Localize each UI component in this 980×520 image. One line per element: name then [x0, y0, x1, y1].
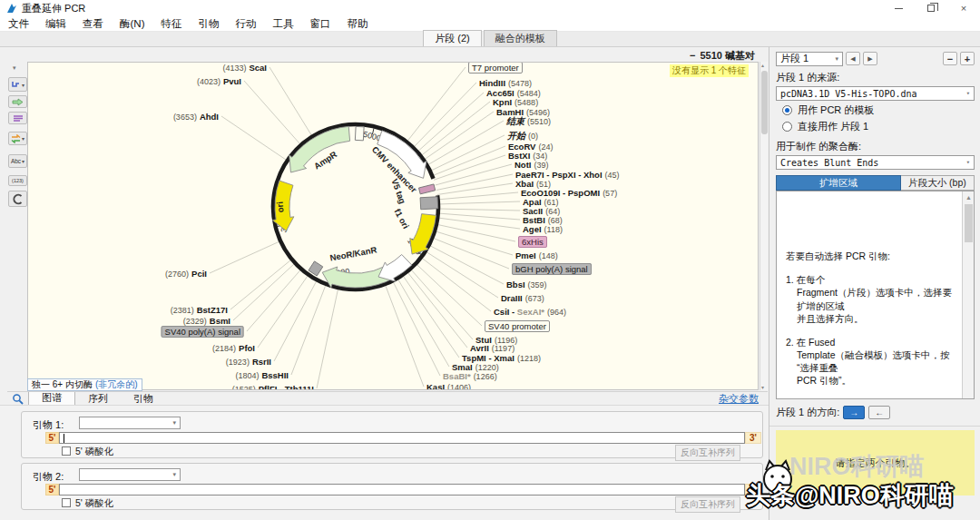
translation-tool-button[interactable]: Abc ▾	[8, 154, 27, 168]
chevron-down-icon: ▾	[835, 55, 838, 63]
restriction-site-labels: (4133)ScaI(4023)PvuI(3653)AhdI(2760)PciI…	[28, 63, 758, 389]
menu-item-5[interactable]: 引物	[190, 17, 227, 31]
scroll-up-icon[interactable]: ▲	[965, 193, 972, 201]
radio-icon	[782, 122, 792, 132]
use-as-template-option[interactable]: 用作 PCR 的模板	[782, 103, 975, 117]
menu-item-3[interactable]: 酶(N)	[112, 17, 152, 31]
hidden-features-notice[interactable]: 没有显示 1 个特征	[670, 64, 749, 77]
primer-2-label: 引物 2:	[33, 470, 64, 484]
use-directly-option[interactable]: 直接用作 片段 1	[782, 120, 975, 133]
site-label--[interactable]: 结束(5510)	[506, 116, 551, 127]
site-label-6xHis[interactable]: 6xHis	[518, 237, 547, 247]
menu-item-6[interactable]: 行动	[227, 17, 264, 31]
close-button[interactable]: ×	[947, 0, 980, 16]
map-scrollbar[interactable]: ▴ ▾	[760, 62, 768, 390]
primer-2-5prime-label: 5'	[45, 484, 59, 495]
site-label-BstZ17I[interactable]: (2381)BstZ17I	[171, 305, 228, 316]
menu-item-7[interactable]: 工具	[264, 17, 301, 31]
site-label-RsrII[interactable]: (1923)RsrII	[226, 357, 271, 368]
scroll-up-icon[interactable]: ▴	[761, 62, 764, 68]
site-label-DraIII[interactable]: DraIII(673)	[501, 293, 544, 304]
primer-1-revcomp-button[interactable]: 反向互补序列	[675, 445, 740, 461]
minimize-button[interactable]	[882, 0, 915, 16]
instructions-scrollbar[interactable]: ▲	[962, 191, 974, 398]
nonredundant-link[interactable]: (非冗余的)	[95, 378, 138, 391]
plasmid-canvas[interactable]: 10002000300040005000AmpRCMV enhanceroriN…	[27, 62, 759, 390]
zoom-tool-icon[interactable]	[12, 393, 24, 405]
menu-item-4[interactable]: 特征	[152, 17, 190, 31]
menu-item-9[interactable]: 帮助	[338, 17, 376, 31]
primers-tool-button[interactable]: ▾	[8, 132, 27, 145]
menu-item-1[interactable]: 编辑	[37, 17, 74, 31]
overlap-extension-pcr-window: 重叠延伸 PCR × 文件编辑查看酶(N)特征引物行动工具窗口帮助 片段 (2)…	[0, 0, 980, 520]
menu-item-0[interactable]: 文件	[0, 17, 37, 31]
site-label-PflFI-Tth111I[interactable]: (1525)PflFI - Tth111I	[232, 384, 314, 390]
view-tab-primers[interactable]: 引物	[121, 392, 166, 406]
primer-1-sequence-input[interactable]	[59, 432, 745, 444]
use-directly-label: 直接用作 片段 1	[798, 120, 868, 133]
hybridization-params-link[interactable]: 杂交参数	[719, 392, 759, 406]
source-select[interactable]: pcDNA3.1D V5-His-TOPO.dna ▾	[776, 86, 975, 101]
site-label-T7-promoter[interactable]: T7 promoter	[468, 63, 523, 73]
abc-icon: Abc	[11, 158, 21, 164]
site-label-SV40-poly-A-signal[interactable]: SV40 poly(A) signal	[162, 327, 244, 337]
numbering-tool-button[interactable]: (123)	[8, 175, 27, 186]
next-fragment-button[interactable]: ▶	[863, 52, 877, 65]
view-tab-sequence[interactable]: 序列	[75, 392, 121, 406]
polymerase-select[interactable]: Creates Blunt Ends ▾	[776, 155, 975, 170]
menu-item-2[interactable]: 查看	[74, 17, 112, 31]
primer-1-5prime-label: 5'	[45, 432, 59, 444]
primer-2-phosphorylated-checkbox[interactable]	[62, 498, 71, 507]
site-label-bGH-poly-A-signal[interactable]: bGH poly(A) signal	[512, 264, 592, 274]
site-label-PvuI[interactable]: (4023)PvuI	[197, 76, 241, 87]
fragment-selector[interactable]: 片段 1 ▾	[776, 52, 843, 66]
site-label--[interactable]: 开始(0)	[507, 131, 538, 142]
primer-2-sequence-input[interactable]	[59, 484, 745, 495]
site-label-AhdI[interactable]: (3653)AhdI	[173, 112, 219, 123]
prev-fragment-button[interactable]: ◀	[846, 52, 860, 65]
menu-item-8[interactable]: 窗口	[301, 17, 338, 31]
alignment-tool-button[interactable]	[8, 112, 27, 124]
site-label-PciI[interactable]: (2760)PciI	[165, 269, 207, 280]
tab-fragments[interactable]: 片段 (2)	[423, 30, 482, 46]
tab-fragment-size[interactable]: 片段大小 (bp)	[901, 175, 975, 191]
feature-arrow-icon	[12, 98, 24, 106]
tab-amplified-region[interactable]: 扩增区域	[776, 175, 901, 191]
app-logo-icon	[6, 3, 17, 14]
site-label-BbsI[interactable]: BbsI(359)	[506, 280, 547, 290]
site-label-SV40-promoter[interactable]: SV40 promoter	[485, 321, 550, 331]
site-label-BssHII[interactable]: (1804)BssHII	[235, 370, 289, 381]
features-tool-button[interactable]	[8, 95, 27, 108]
direction-forward-button[interactable]: →	[843, 406, 865, 419]
view-tab-map[interactable]: 图谱	[28, 392, 75, 406]
maximize-button[interactable]	[915, 0, 947, 16]
primers-notice: 请指定两个引物。	[776, 430, 975, 495]
tab-fused-template[interactable]: 融合的模板	[484, 30, 557, 46]
primers-notice-text: 请指定两个引物。	[836, 456, 916, 470]
primer-2-revcomp-button[interactable]: 反向互补序列	[675, 496, 740, 513]
enzymes-tool-button[interactable]: ▾	[8, 77, 27, 92]
site-label-KasI[interactable]: KasI(1406)	[426, 382, 471, 390]
primer-1-phosphorylated-checkbox[interactable]	[62, 446, 71, 456]
chevron-down-icon: ▾	[22, 158, 24, 164]
site-label-PfoI[interactable]: (2184)PfoI	[212, 343, 255, 354]
source-label: 片段 1 的来源:	[776, 71, 975, 84]
primer-2-select[interactable]: ▾	[79, 468, 181, 481]
scrollbar-thumb[interactable]	[761, 71, 768, 134]
site-label-ScaI[interactable]: (4133)ScaI	[222, 63, 267, 74]
chevron-down-icon: ▾	[22, 135, 24, 142]
site-label-BsaBI-[interactable]: BsaBI*(1266)	[443, 371, 497, 382]
direction-reverse-button[interactable]: ←	[868, 406, 890, 419]
add-fragment-button[interactable]: +	[960, 52, 975, 65]
toolbar-collapse-icon[interactable]: ▾	[13, 64, 16, 72]
site-label-CsiI-[interactable]: CsiI - SexAI*(964)	[494, 307, 566, 318]
numbering-icon: (123)	[12, 178, 24, 183]
site-label-AgeI[interactable]: AgeI(118)	[523, 224, 563, 235]
remove-fragment-button[interactable]: −	[943, 52, 957, 65]
circular-view-button[interactable]	[8, 191, 27, 207]
scrollbar-thumb[interactable]	[965, 204, 973, 242]
scroll-down-icon[interactable]: ▾	[761, 384, 764, 390]
primer-1-select[interactable]: ▾	[79, 417, 181, 429]
site-label-PmeI[interactable]: PmeI(148)	[515, 250, 558, 261]
instructions-box: 若要自动选择 PCR 引物: 1. 在每个 Fragment（片段）选项卡中，选…	[776, 191, 975, 399]
